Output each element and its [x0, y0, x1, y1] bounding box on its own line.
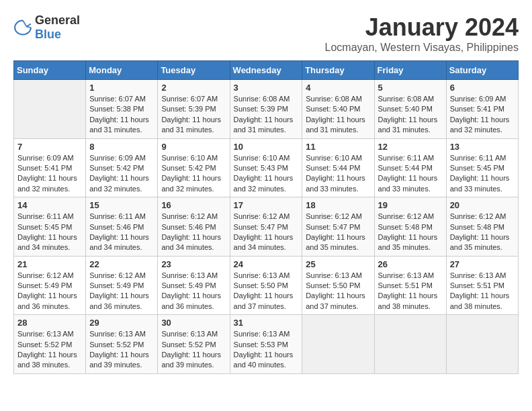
cell-info-line: Sunrise: 6:13 AM [450, 271, 506, 279]
calendar-cell: 11Sunrise: 6:10 AMSunset: 5:44 PMDayligh… [302, 138, 374, 197]
cell-info-line: Sunrise: 6:10 AM [234, 154, 290, 162]
calendar-cell [446, 315, 518, 374]
calendar-cell: 29Sunrise: 6:13 AMSunset: 5:52 PMDayligh… [86, 315, 158, 374]
cell-info-line: Sunrise: 6:08 AM [234, 95, 290, 103]
calendar-cell: 20Sunrise: 6:12 AMSunset: 5:48 PMDayligh… [446, 197, 518, 257]
logo-text: General Blue [35, 13, 80, 42]
calendar-cell: 15Sunrise: 6:11 AMSunset: 5:46 PMDayligh… [86, 197, 158, 257]
cell-info-line: Sunset: 5:42 PM [161, 164, 216, 172]
calendar-cell: 28Sunrise: 6:13 AMSunset: 5:52 PMDayligh… [14, 315, 86, 374]
calendar-cell: 19Sunrise: 6:12 AMSunset: 5:48 PMDayligh… [374, 197, 446, 257]
cell-info-line: Daylight: 11 hours and 35 minutes. [378, 233, 438, 251]
calendar-cell: 31Sunrise: 6:13 AMSunset: 5:53 PMDayligh… [230, 315, 302, 374]
cell-info-line: Sunset: 5:45 PM [17, 223, 72, 231]
cell-info-line: Daylight: 11 hours and 34 minutes. [234, 233, 294, 251]
calendar-cell [374, 315, 446, 374]
day-number: 5 [378, 83, 443, 93]
calendar-cell: 21Sunrise: 6:12 AMSunset: 5:49 PMDayligh… [14, 256, 86, 315]
day-header-wednesday: Wednesday [230, 61, 302, 80]
cell-info-line: Daylight: 11 hours and 34 minutes. [17, 233, 77, 251]
cell-info-line: Sunset: 5:45 PM [450, 164, 504, 172]
cell-info-line: Daylight: 11 hours and 33 minutes. [306, 174, 365, 192]
day-number: 10 [234, 142, 299, 152]
cell-info-line: Sunset: 5:38 PM [89, 105, 144, 113]
month-title: January 2024 [325, 13, 519, 42]
day-header-saturday: Saturday [446, 61, 518, 80]
cell-info-line: Sunrise: 6:13 AM [161, 271, 218, 279]
cell-info-line: Daylight: 11 hours and 31 minutes. [378, 116, 438, 134]
cell-info: Sunrise: 6:13 AMSunset: 5:51 PMDaylight:… [450, 271, 515, 312]
calendar-cell: 22Sunrise: 6:12 AMSunset: 5:49 PMDayligh… [86, 256, 158, 315]
header: General Blue January 2024 Locmayan, West… [13, 13, 519, 54]
calendar-cell: 5Sunrise: 6:08 AMSunset: 5:40 PMDaylight… [374, 80, 446, 139]
cell-info-line: Sunrise: 6:09 AM [17, 154, 74, 162]
day-number: 20 [450, 200, 515, 210]
cell-info: Sunrise: 6:08 AMSunset: 5:40 PMDaylight:… [306, 94, 370, 136]
cell-info-line: Daylight: 11 hours and 32 minutes. [89, 174, 149, 192]
cell-info-line: Sunset: 5:47 PM [234, 223, 288, 231]
day-number: 18 [306, 200, 370, 210]
cell-info: Sunrise: 6:12 AMSunset: 5:48 PMDaylight:… [450, 212, 515, 253]
calendar-cell: 3Sunrise: 6:08 AMSunset: 5:39 PMDaylight… [230, 80, 302, 139]
cell-info-line: Daylight: 11 hours and 39 minutes. [161, 351, 221, 369]
day-number: 27 [450, 259, 515, 269]
cell-info: Sunrise: 6:08 AMSunset: 5:40 PMDaylight:… [378, 94, 443, 136]
calendar-cell: 6Sunrise: 6:09 AMSunset: 5:41 PMDaylight… [446, 80, 518, 139]
cell-info: Sunrise: 6:12 AMSunset: 5:47 PMDaylight:… [306, 212, 370, 253]
cell-info-line: Sunset: 5:52 PM [161, 340, 216, 349]
cell-info-line: Daylight: 11 hours and 32 minutes. [17, 174, 77, 192]
cell-info: Sunrise: 6:12 AMSunset: 5:48 PMDaylight:… [378, 212, 443, 253]
day-number: 25 [306, 259, 370, 269]
cell-info: Sunrise: 6:11 AMSunset: 5:46 PMDaylight:… [89, 212, 154, 253]
cell-info: Sunrise: 6:12 AMSunset: 5:46 PMDaylight:… [161, 212, 226, 253]
cell-info-line: Sunset: 5:39 PM [161, 105, 216, 113]
cell-info-line: Sunrise: 6:13 AM [89, 330, 146, 338]
day-number: 31 [234, 318, 299, 328]
day-header-monday: Monday [86, 61, 158, 80]
cell-info-line: Daylight: 11 hours and 33 minutes. [378, 174, 438, 192]
cell-info-line: Daylight: 11 hours and 32 minutes. [450, 116, 510, 134]
cell-info: Sunrise: 6:12 AMSunset: 5:49 PMDaylight:… [17, 271, 82, 312]
cell-info: Sunrise: 6:13 AMSunset: 5:53 PMDaylight:… [234, 329, 299, 371]
day-number: 19 [378, 200, 443, 210]
cell-info-line: Sunset: 5:51 PM [378, 281, 433, 289]
cell-info-line: Daylight: 11 hours and 39 minutes. [89, 351, 149, 369]
cell-info-line: Sunrise: 6:07 AM [161, 95, 218, 103]
calendar-cell: 17Sunrise: 6:12 AMSunset: 5:47 PMDayligh… [230, 197, 302, 257]
cell-info-line: Daylight: 11 hours and 38 minutes. [450, 291, 510, 310]
cell-info-line: Sunset: 5:44 PM [306, 164, 360, 172]
cell-info: Sunrise: 6:10 AMSunset: 5:42 PMDaylight:… [161, 153, 226, 195]
cell-info-line: Sunset: 5:51 PM [450, 281, 504, 289]
cell-info-line: Daylight: 11 hours and 34 minutes. [89, 233, 149, 251]
cell-info-line: Sunrise: 6:12 AM [378, 212, 435, 220]
cell-info-line: Daylight: 11 hours and 31 minutes. [306, 116, 365, 134]
day-number: 23 [161, 259, 226, 269]
cell-info-line: Daylight: 11 hours and 35 minutes. [306, 233, 365, 251]
cell-info-line: Sunrise: 6:12 AM [161, 212, 218, 220]
header-row: SundayMondayTuesdayWednesdayThursdayFrid… [14, 61, 519, 80]
calendar-cell: 16Sunrise: 6:12 AMSunset: 5:46 PMDayligh… [158, 197, 230, 257]
cell-info-line: Daylight: 11 hours and 38 minutes. [17, 351, 77, 369]
cell-info-line: Sunset: 5:46 PM [161, 223, 216, 231]
cell-info-line: Sunset: 5:41 PM [450, 105, 504, 113]
cell-info-line: Sunset: 5:52 PM [89, 340, 144, 349]
cell-info-line: Sunrise: 6:12 AM [234, 212, 290, 220]
cell-info-line: Daylight: 11 hours and 31 minutes. [161, 116, 221, 134]
cell-info: Sunrise: 6:13 AMSunset: 5:49 PMDaylight:… [161, 271, 226, 312]
cell-info: Sunrise: 6:13 AMSunset: 5:50 PMDaylight:… [306, 271, 370, 312]
cell-info-line: Sunset: 5:52 PM [17, 340, 72, 349]
cell-info-line: Sunrise: 6:12 AM [17, 271, 74, 279]
cell-info: Sunrise: 6:13 AMSunset: 5:50 PMDaylight:… [234, 271, 299, 312]
cell-info: Sunrise: 6:13 AMSunset: 5:52 PMDaylight:… [89, 329, 154, 371]
cell-info-line: Sunset: 5:46 PM [89, 223, 144, 231]
location-title: Locmayan, Western Visayas, Philippines [325, 42, 519, 54]
cell-info: Sunrise: 6:11 AMSunset: 5:44 PMDaylight:… [378, 153, 443, 195]
day-number: 6 [450, 83, 515, 93]
cell-info-line: Sunset: 5:50 PM [234, 281, 288, 289]
cell-info-line: Sunrise: 6:13 AM [306, 271, 362, 279]
day-header-sunday: Sunday [14, 61, 86, 80]
cell-info-line: Sunset: 5:49 PM [161, 281, 216, 289]
cell-info-line: Daylight: 11 hours and 31 minutes. [89, 116, 149, 134]
calendar-cell: 7Sunrise: 6:09 AMSunset: 5:41 PMDaylight… [14, 138, 86, 197]
cell-info-line: Daylight: 11 hours and 35 minutes. [450, 233, 510, 251]
